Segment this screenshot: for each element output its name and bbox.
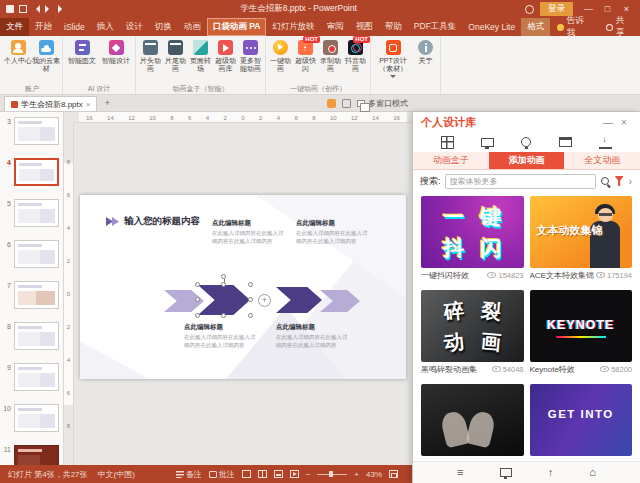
- smart-design-button[interactable]: 智能设计: [99, 37, 133, 65]
- slide-thumbnail[interactable]: 7: [0, 281, 63, 309]
- text-block[interactable]: 点此编辑标题 在此输入详细内容在此输入详细内容在此输入详细内容: [212, 219, 286, 245]
- resize-handle[interactable]: [248, 282, 253, 287]
- tab-review[interactable]: 审阅: [321, 18, 350, 36]
- tab-view[interactable]: 视图: [350, 18, 379, 36]
- design-card[interactable]: 一键抖闪 一键抖闪特效 154823: [421, 196, 524, 282]
- chevron-shape[interactable]: [320, 290, 360, 312]
- page-transition-button[interactable]: 页面转场: [188, 37, 213, 74]
- chevron-shape-selected[interactable]: [198, 285, 250, 315]
- super-flash-button[interactable]: HOT 超级快闪: [293, 37, 318, 74]
- redo-icon[interactable]: [45, 5, 53, 13]
- comments-button[interactable]: 批注: [209, 469, 235, 480]
- share-button[interactable]: 共享: [598, 18, 640, 36]
- plugin-icon[interactable]: [327, 99, 336, 108]
- more-smart-animation-button[interactable]: 更多智能动画: [238, 37, 263, 74]
- resize-handle[interactable]: [248, 297, 253, 302]
- download-category-icon[interactable]: [599, 136, 612, 149]
- design-card[interactable]: 文本动效集锦 ACE文本特效集锦 175194: [530, 196, 633, 282]
- design-card[interactable]: KEYNOTE Keynote特效 58200: [530, 290, 633, 376]
- resize-handle[interactable]: [221, 313, 226, 318]
- slide-thumbnail[interactable]: 10: [0, 404, 63, 432]
- resize-handle[interactable]: [248, 313, 253, 318]
- record-animation-button[interactable]: 录制动画: [318, 37, 343, 74]
- douyin-animation-button[interactable]: HOT 抖音动画: [343, 37, 368, 74]
- tab-pdf-tools[interactable]: PDF工具集: [408, 18, 463, 36]
- close-button[interactable]: ×: [617, 4, 636, 14]
- zoom-slider[interactable]: [317, 474, 347, 475]
- tab-animations[interactable]: 动画: [178, 18, 207, 36]
- resize-handle[interactable]: [195, 313, 200, 318]
- maximize-button[interactable]: □: [598, 4, 617, 14]
- my-cloud-materials-button[interactable]: 我的云素材: [32, 37, 60, 74]
- language-indicator[interactable]: 中文(中国): [98, 469, 135, 480]
- monitor-icon[interactable]: [500, 468, 512, 477]
- search-icon[interactable]: [600, 176, 611, 187]
- slideshow-view-icon[interactable]: [290, 470, 299, 478]
- tab-insert[interactable]: 插入: [91, 18, 120, 36]
- upload-icon[interactable]: ↑: [548, 467, 554, 478]
- about-button[interactable]: 关于: [413, 37, 438, 65]
- zoom-in-button[interactable]: +: [354, 470, 359, 479]
- tab-format[interactable]: 格式: [521, 18, 550, 36]
- ending-animation-button[interactable]: 片尾动画: [163, 37, 188, 74]
- resize-handle[interactable]: [221, 282, 226, 287]
- tab-slideshow[interactable]: 幻灯片放映: [266, 18, 321, 36]
- menu-icon[interactable]: ≡: [457, 467, 463, 478]
- idea-category-icon[interactable]: [521, 137, 531, 147]
- super-animation-library-button[interactable]: 超级动画库: [213, 37, 238, 74]
- text-block[interactable]: 点此编辑标题 在此输入详细内容在此输入详细内容在此输入详细内容: [296, 219, 370, 245]
- slide-thumbnail[interactable]: 9: [0, 363, 63, 391]
- tab-pocket-animation[interactable]: 口袋动画 PA: [207, 18, 267, 36]
- layout-icon[interactable]: [342, 99, 351, 108]
- reading-view-icon[interactable]: [274, 470, 283, 478]
- editing-canvas[interactable]: 输入您的标题内容 点此编辑标题 在此输入详细内容在此输入详细内容在此输入详细内容…: [74, 123, 412, 465]
- slide-thumbnail[interactable]: 5: [0, 199, 63, 227]
- slide-thumbnail[interactable]: 3: [0, 117, 63, 145]
- home-icon[interactable]: ⌂: [589, 467, 596, 478]
- minimize-button[interactable]: —: [579, 4, 598, 14]
- text-block[interactable]: 点此编辑标题 在此输入详细内容在此输入详细内容在此输入详细内容: [184, 323, 258, 349]
- tab-fulltext-animation[interactable]: 全文动画: [564, 152, 640, 169]
- text-block[interactable]: 点此编辑标题 在此输入详细内容在此输入详细内容在此输入详细内容: [276, 323, 350, 349]
- notes-button[interactable]: 备注: [176, 469, 202, 480]
- document-tab-active[interactable]: 学生会招新8.pptx ×: [4, 96, 97, 111]
- new-tab-button[interactable]: +: [100, 97, 114, 111]
- slide-thumbnail[interactable]: 6: [0, 240, 63, 268]
- close-tab-icon[interactable]: ×: [86, 100, 91, 109]
- slide-title-placeholder[interactable]: 输入您的标题内容: [106, 215, 200, 228]
- opening-animation-button[interactable]: 片头动画: [138, 37, 163, 74]
- zoom-out-button[interactable]: −: [306, 470, 311, 479]
- slide-sorter-view-icon[interactable]: [258, 470, 267, 478]
- screen-category-icon[interactable]: [481, 138, 494, 147]
- resize-handle[interactable]: [195, 282, 200, 287]
- rotation-handle[interactable]: [221, 274, 226, 279]
- slide-thumbnail[interactable]: 8: [0, 322, 63, 350]
- onekey-animation-button[interactable]: 一键动画: [268, 37, 293, 74]
- ppt-design-materials-button[interactable]: PPT设计（素材）: [373, 37, 413, 81]
- zoom-level[interactable]: 43%: [366, 470, 382, 479]
- chevron-right-icon[interactable]: ›: [628, 176, 633, 187]
- design-card[interactable]: 碎裂动画 黑鸣碎裂动画集 54048: [421, 290, 524, 376]
- tab-animation-box[interactable]: 动画盒子: [413, 152, 489, 169]
- panel-minimize-icon[interactable]: —: [600, 117, 616, 128]
- tell-me[interactable]: 告诉我: [550, 18, 598, 36]
- undo-icon[interactable]: [32, 5, 40, 13]
- grid-category-icon[interactable]: [441, 136, 454, 149]
- board-category-icon[interactable]: [559, 137, 572, 147]
- multi-window-toggle[interactable]: 多窗口模式: [357, 98, 408, 109]
- login-button[interactable]: 登录: [540, 2, 573, 16]
- save-icon[interactable]: [19, 5, 27, 13]
- design-card[interactable]: GET INTO: [530, 384, 633, 461]
- fit-to-window-icon[interactable]: [389, 470, 398, 478]
- filter-icon[interactable]: [615, 176, 624, 186]
- normal-view-icon[interactable]: [242, 470, 251, 478]
- resize-handle[interactable]: [195, 297, 200, 302]
- chevron-shape[interactable]: [276, 287, 322, 313]
- tab-home[interactable]: 开始: [29, 18, 58, 36]
- slide[interactable]: 输入您的标题内容 点此编辑标题 在此输入详细内容在此输入详细内容在此输入详细内容…: [80, 195, 406, 379]
- tab-help[interactable]: 帮助: [379, 18, 408, 36]
- slide-thumbnail[interactable]: 11: [0, 445, 63, 465]
- start-slideshow-icon[interactable]: [58, 5, 66, 13]
- slide-thumbnail-selected[interactable]: 4: [0, 158, 63, 186]
- tab-design[interactable]: 设计: [120, 18, 149, 36]
